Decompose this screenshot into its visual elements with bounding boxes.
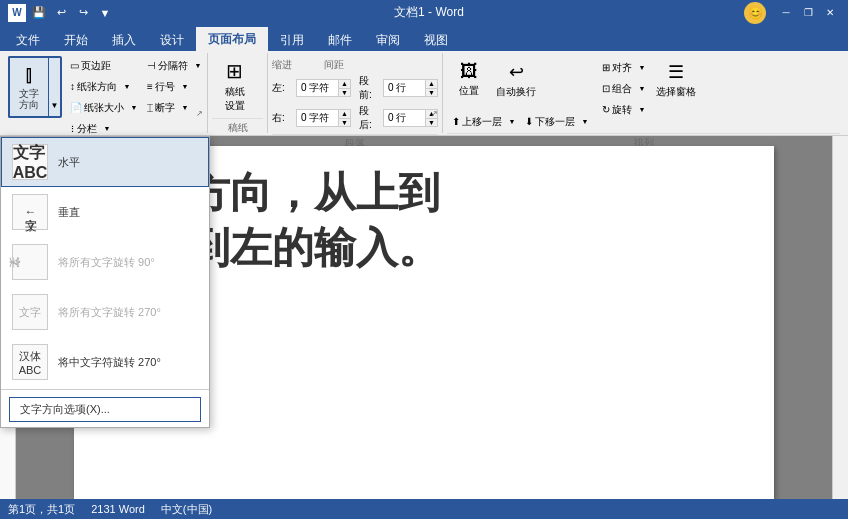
align-button[interactable]: ⊞ 对齐 ▼ bbox=[597, 58, 647, 77]
paragraph-group: 缩进 间距 左: ▲ ▼ 段前: bbox=[268, 53, 443, 133]
group-button[interactable]: ⊡ 组合 ▼ bbox=[597, 79, 647, 98]
line-number-main[interactable]: ≡ 行号 bbox=[142, 77, 180, 96]
rotate-label: 旋转 bbox=[612, 103, 632, 117]
save-quick-btn[interactable]: 💾 bbox=[30, 4, 48, 22]
indent-right-input[interactable]: ▲ ▼ bbox=[296, 109, 351, 127]
tab-design[interactable]: 设计 bbox=[148, 29, 196, 51]
hyphenation-main[interactable]: ⌶ 断字 bbox=[142, 98, 180, 117]
vertical-label: 垂直 bbox=[58, 205, 80, 220]
indent-right-value[interactable] bbox=[299, 113, 341, 124]
spacing-before-down[interactable]: ▼ bbox=[425, 89, 437, 97]
right-scrollbar[interactable] bbox=[832, 136, 848, 499]
minimize-button[interactable]: ─ bbox=[776, 3, 796, 23]
paper-size-arrow[interactable]: ▼ bbox=[129, 98, 139, 117]
send-backward-button[interactable]: ⬇ 下移一层 ▼ bbox=[520, 112, 590, 131]
tab-page-layout[interactable]: 页面布局 bbox=[196, 27, 268, 51]
indent-right-up[interactable]: ▲ bbox=[338, 110, 350, 119]
manuscript-body: ⊞ 稿纸设置 bbox=[212, 56, 263, 116]
hyphenation-arrow[interactable]: ▼ bbox=[180, 98, 190, 117]
rotate-button[interactable]: ↻ 旋转 ▼ bbox=[597, 100, 647, 119]
customize-quick-btn[interactable]: ▼ bbox=[96, 4, 114, 22]
line-number-label: 行号 bbox=[155, 80, 175, 94]
text-direction-main[interactable]: ⫿ 文字方向 bbox=[8, 56, 48, 118]
auto-wrap-button[interactable]: ↩ 自动换行 bbox=[494, 58, 538, 110]
page-setup-expand-btn[interactable]: ↗ bbox=[193, 107, 205, 119]
indent-left-down[interactable]: ▼ bbox=[338, 89, 350, 97]
indent-right-down[interactable]: ▼ bbox=[338, 119, 350, 127]
position-button[interactable]: 🖼 位置 bbox=[447, 58, 491, 110]
vertical-icon: 文字↓ bbox=[12, 194, 48, 230]
bring-forward-label: 上移一层 bbox=[462, 115, 502, 129]
close-button[interactable]: ✕ bbox=[820, 3, 840, 23]
language: 中文(中国) bbox=[161, 502, 212, 517]
spacing-before-label: 段前: bbox=[359, 74, 379, 102]
paper-orientation-button[interactable]: ↕ 纸张方向 ▼ bbox=[65, 77, 139, 96]
spacing-after-value[interactable] bbox=[386, 113, 428, 124]
dropdown-text-direction-options[interactable]: 文字方向选项(X)... bbox=[9, 397, 201, 422]
text-direction-arrow[interactable]: ▼ bbox=[48, 56, 62, 118]
dropdown-rotate270: 文字 将所有文字旋转 270° bbox=[1, 287, 209, 337]
selection-pane-icon: ☰ bbox=[668, 61, 684, 83]
tab-review[interactable]: 审阅 bbox=[364, 29, 412, 51]
paper-orientation-arrow[interactable]: ▼ bbox=[122, 77, 132, 96]
tab-view[interactable]: 视图 bbox=[412, 29, 460, 51]
separator-main[interactable]: ⊣ 分隔符 bbox=[142, 56, 193, 75]
help-icon[interactable]: 😊 bbox=[744, 2, 766, 24]
restore-button[interactable]: ❐ bbox=[798, 3, 818, 23]
paper-orientation-main[interactable]: ↕ 纸张方向 bbox=[65, 77, 122, 96]
line-number-button[interactable]: ≡ 行号 ▼ bbox=[142, 77, 203, 96]
spacing-label: 间距 bbox=[324, 58, 354, 72]
indent-left-up[interactable]: ▲ bbox=[338, 80, 350, 89]
bring-forward-icon: ⬆ bbox=[452, 116, 460, 127]
manuscript-icon: ⊞ bbox=[226, 59, 243, 83]
chinese270-icon: 汉体ABC bbox=[12, 344, 48, 380]
spacing-before-value[interactable] bbox=[386, 83, 428, 94]
dropdown-chinese270[interactable]: 汉体ABC 将中文字符旋转 270° bbox=[1, 337, 209, 387]
dropdown-rotate90: 文字 将所有文字旋转 90° bbox=[1, 237, 209, 287]
window-title: 文档1 - Word bbox=[114, 4, 744, 21]
spacing-before-up[interactable]: ▲ bbox=[425, 80, 437, 89]
selection-pane-button[interactable]: ☰ 选择窗格 bbox=[654, 58, 698, 110]
rotate270-label: 将所有文字旋转 270° bbox=[58, 305, 161, 320]
spacing-after-down[interactable]: ▼ bbox=[425, 119, 437, 127]
indent-right-row: 右: ▲ ▼ 段后: ▲ ▼ bbox=[272, 104, 438, 132]
manuscript-button[interactable]: ⊞ 稿纸设置 bbox=[212, 56, 257, 116]
status-bar: 第1页，共1页 2131 Word 中文(中国) bbox=[0, 499, 848, 519]
tab-references[interactable]: 引用 bbox=[268, 29, 316, 51]
page-margin-label: 页边距 bbox=[81, 59, 111, 73]
bring-forward-button[interactable]: ⬆ 上移一层 ▼ bbox=[447, 112, 517, 131]
tab-home[interactable]: 开始 bbox=[52, 29, 100, 51]
rotate90-label: 将所有文字旋转 90° bbox=[58, 255, 155, 270]
indent-left-input[interactable]: ▲ ▼ bbox=[296, 79, 351, 97]
separator-button[interactable]: ⊣ 分隔符 ▼ bbox=[142, 56, 203, 75]
manuscript-label: 稿纸设置 bbox=[225, 85, 245, 113]
paper-size-main[interactable]: 📄 纸张大小 bbox=[65, 98, 129, 117]
manuscript-group: ⊞ 稿纸设置 稿纸 bbox=[208, 53, 268, 133]
dropdown-vertical[interactable]: 文字↓ 垂直 bbox=[1, 187, 209, 237]
paper-size-button[interactable]: 📄 纸张大小 ▼ bbox=[65, 98, 139, 117]
paper-size-label: 纸张大小 bbox=[84, 101, 124, 115]
separator-arrow[interactable]: ▼ bbox=[193, 56, 203, 75]
text-direction-button[interactable]: ⫿ 文字方向 ▼ bbox=[8, 56, 62, 118]
paper-orientation-label: 纸张方向 bbox=[77, 80, 117, 94]
paper-orientation-icon: ↕ bbox=[70, 81, 75, 92]
text-direction-options-label: 文字方向选项(X)... bbox=[20, 402, 110, 417]
columns-icon: ⫶ bbox=[70, 123, 75, 134]
page-margin-button[interactable]: ▭ 页边距 bbox=[65, 56, 139, 75]
paragraph-expand-btn[interactable]: ↗ bbox=[428, 107, 440, 119]
redo-quick-btn[interactable]: ↪ bbox=[74, 4, 92, 22]
indent-left-value[interactable] bbox=[299, 83, 341, 94]
hyphenation-label: 断字 bbox=[155, 101, 175, 115]
tab-mailings[interactable]: 邮件 bbox=[316, 29, 364, 51]
tab-insert[interactable]: 插入 bbox=[100, 29, 148, 51]
indent-left-row: 左: ▲ ▼ 段前: ▲ ▼ bbox=[272, 74, 438, 102]
horizontal-icon: 文字ABC bbox=[12, 144, 48, 180]
tab-file[interactable]: 文件 bbox=[4, 29, 52, 51]
page-margin-icon: ▭ bbox=[70, 60, 79, 71]
undo-quick-btn[interactable]: ↩ bbox=[52, 4, 70, 22]
line-number-arrow[interactable]: ▼ bbox=[180, 77, 190, 96]
indent-left-label: 左: bbox=[272, 81, 292, 95]
dropdown-horizontal[interactable]: 文字ABC 水平 bbox=[1, 137, 209, 187]
word-count: 2131 Word bbox=[91, 503, 145, 515]
spacing-before-input[interactable]: ▲ ▼ bbox=[383, 79, 438, 97]
